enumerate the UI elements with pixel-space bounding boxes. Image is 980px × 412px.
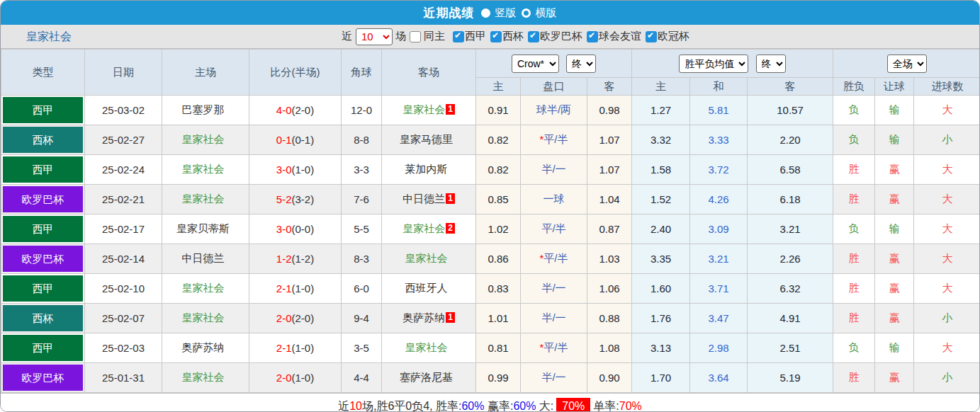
score-cell: 3-0(0-0): [249, 214, 342, 244]
corner-score: 6-0: [342, 274, 382, 304]
period-select[interactable]: 全场: [887, 55, 927, 73]
halftime-score: (2-0): [292, 104, 315, 116]
away-team: 皇家社会: [382, 244, 476, 274]
handicap-result-value: 输: [875, 125, 914, 155]
league-label: 欧罗巴杯: [540, 30, 582, 43]
score-cell: 2-1(1-0): [249, 274, 342, 304]
fulltime-score: 1-2: [276, 253, 292, 265]
outcome-value: 负: [833, 333, 875, 363]
wdl-home-value: 1.60: [632, 274, 690, 304]
fulltime-score: 2-0: [276, 312, 292, 324]
fulltime-score: 3-0: [276, 164, 292, 176]
wdl-draw-value: 3.72: [690, 155, 748, 185]
away-team: 塞萨洛尼基: [382, 363, 476, 393]
away-team: 中日德兰1: [382, 185, 476, 214]
home-team: 皇家社会: [162, 274, 249, 304]
handicap-value: *半/一: [521, 274, 587, 304]
corner-score: 9-4: [342, 304, 382, 333]
odds-away-value: 0.87: [587, 214, 632, 244]
match-row: 西甲 25-02-10 皇家社会 2-1(1-0) 6-0 西班牙人 0.83 …: [1, 274, 980, 304]
wdl-home-value: 3.35: [632, 244, 690, 274]
odds-home-value: 1.02: [476, 214, 521, 244]
results-table: 类型 日期 主场 比分(半场) 角球 客场 Crow* 终 胜平负均值 终 全场: [1, 49, 980, 393]
handicap-value: *一球: [521, 185, 587, 214]
odds-home-value: 0.85: [476, 185, 521, 214]
away-rank-badge: 1: [446, 104, 455, 115]
col-handicap-result: 让球: [875, 78, 914, 96]
away-rank-badge: 1: [446, 193, 455, 204]
horizontal-radio[interactable]: [522, 8, 531, 18]
odds-home-value: 0.99: [476, 363, 521, 393]
wdl-away-value: 4.91: [748, 304, 833, 333]
outcome-value: 胜: [833, 304, 875, 333]
halftime-score: (0-1): [292, 134, 315, 146]
wdl-draw-value: 3.33: [690, 125, 748, 155]
wdl-time-select[interactable]: 终: [756, 55, 786, 73]
league-checkbox[interactable]: [490, 31, 502, 42]
handicap-value: *半/一: [521, 304, 587, 333]
match-date: 25-02-21: [85, 185, 162, 214]
odds-away-value: 1.07: [587, 125, 632, 155]
league-type-badge: 西甲: [3, 216, 83, 242]
goals-result-value: 大: [914, 185, 980, 214]
wdl-home-value: 3.13: [632, 333, 690, 363]
wdl-home-value: 2.40: [632, 214, 690, 244]
fulltime-score: 3-0: [276, 223, 292, 235]
horizontal-radio-label: 横版: [536, 6, 557, 20]
league-filter-item: 西甲: [453, 30, 486, 43]
away-team: 奥萨苏纳1: [382, 304, 476, 333]
league-type-badge: 西杯: [3, 127, 83, 153]
summary-segment: 70%: [619, 400, 642, 412]
match-date: 25-02-27: [85, 125, 162, 155]
odds-dropdown-cell: Crow* 终: [476, 50, 632, 78]
odds-time-select[interactable]: 终: [566, 55, 596, 73]
league-filter-item: 西杯: [490, 30, 524, 43]
odds-away-value: 1.04: [587, 185, 632, 214]
match-date: 25-02-24: [85, 155, 162, 185]
goals-result-value: 大: [914, 333, 980, 363]
match-row: 西甲 25-02-24 皇家社会 3-0(1-0) 3-3 莱加内斯 0.82 …: [1, 155, 980, 185]
layout-radio-group: 竖版 横版: [481, 6, 557, 20]
odds-away-value: 0.98: [587, 96, 632, 125]
halftime-score: (1-0): [292, 342, 315, 354]
wdl-away-value: 3.21: [748, 214, 833, 244]
wdl-home-value: 1.70: [632, 363, 690, 393]
league-checkbox[interactable]: [453, 31, 464, 42]
wdl-draw-value: 3.71: [690, 274, 748, 304]
odds-company-select[interactable]: Crow*: [512, 55, 559, 73]
odds-away-value: 0.90: [587, 363, 632, 393]
home-team: 奥萨苏纳: [162, 333, 249, 363]
match-date: 25-02-07: [85, 304, 162, 333]
league-filter-item: 欧罗巴杯: [528, 30, 582, 43]
wdl-draw-value: 3.64: [690, 363, 748, 393]
outcome-value: 胜: [833, 155, 875, 185]
wdl-away-value: 2.51: [748, 333, 833, 363]
vertical-radio[interactable]: [481, 8, 490, 18]
match-row: 西杯 25-02-27 皇家社会 0-1(0-1) 8-8 皇家马德里 0.82…: [1, 125, 980, 155]
away-rank-badge: 2: [446, 223, 455, 234]
league-label: 球会友谊: [599, 30, 641, 43]
fulltime-score: 4-0: [276, 104, 292, 116]
odds-away-value: 1.03: [587, 244, 632, 274]
wdl-mode-select[interactable]: 胜平负均值: [679, 55, 748, 73]
wdl-away-value: 10.57: [748, 96, 833, 125]
league-type-badge: 西甲: [3, 156, 83, 183]
recent-count-select[interactable]: 10: [356, 28, 393, 45]
handicap-result-value: 输: [875, 214, 914, 244]
same-home-checkbox[interactable]: [410, 31, 421, 42]
match-date: 25-02-17: [85, 214, 162, 244]
wdl-home-value: 1.52: [632, 185, 690, 214]
match-row: 西杯 25-02-07 皇家社会 2-0(2-0) 9-4 奥萨苏纳1 1.01…: [1, 304, 980, 333]
league-checkbox[interactable]: [528, 31, 539, 42]
col-wdl-draw: 和: [690, 78, 748, 96]
outcome-value: 胜: [833, 185, 875, 214]
handicap-result-value: 输: [875, 96, 914, 125]
col-wdl-home: 主: [632, 78, 690, 96]
league-checkbox[interactable]: [587, 31, 598, 42]
match-row: 欧罗巴杯 25-02-14 中日德兰 1-2(1-2) 8-3 皇家社会 0.8…: [1, 244, 980, 274]
handicap-result-value: 输: [875, 333, 914, 363]
games-label: 场: [395, 30, 406, 43]
halftime-score: (1-2): [292, 253, 315, 265]
summary-segment: 场,胜6平0负4, 胜率:: [362, 400, 461, 412]
league-checkbox[interactable]: [646, 31, 657, 42]
